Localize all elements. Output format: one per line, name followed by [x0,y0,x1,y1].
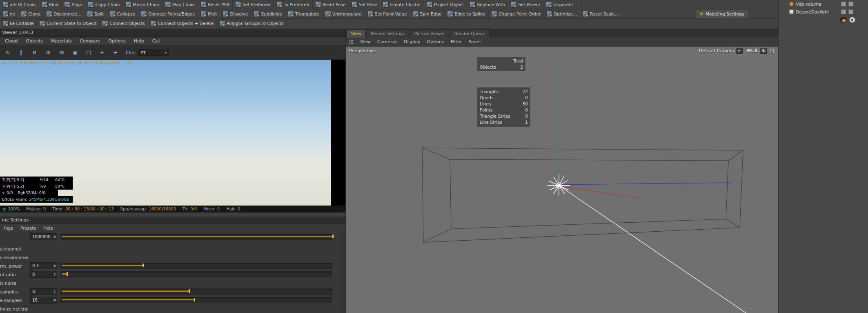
toolbar-command[interactable]: Replace With [467,0,508,9]
viewer-menu-item[interactable]: Materials [51,38,71,44]
viewport-menu-item[interactable]: Display [404,39,421,45]
toolbar-command[interactable]: Melt [198,9,220,18]
toolbar-command[interactable]: Split [85,9,107,18]
dolly-view-icon[interactable]: ↕ [754,47,758,54]
restart-render-icon[interactable]: ↻ [4,50,11,55]
toolbar-command[interactable]: Reset Scale... [580,9,622,18]
drag-handle-icon[interactable] [349,40,354,44]
settings-gear-icon[interactable]: ⚙ [45,50,52,55]
rotate-view-icon[interactable]: ↻ [762,47,766,54]
toolbar-command[interactable]: Reset Pose [313,0,349,9]
viewport-menu-item[interactable]: Cameras [377,39,397,45]
toolbar-command[interactable]: Polygon Groups to Objects [217,19,287,28]
param-slider[interactable] [60,288,332,295]
pick-object-icon[interactable]: + [112,50,119,55]
viewer-menu-item[interactable]: Help [134,38,144,44]
param-value-field[interactable]: 8. [30,288,57,295]
stepper-icon[interactable] [53,290,56,293]
toolbar-command[interactable]: Connect Objects [100,19,148,28]
param-slider[interactable] [60,297,332,303]
daylight-tag-icon[interactable] [841,17,846,22]
param-value-field[interactable]: 0 [30,271,57,278]
editor-visibility-toggle[interactable]: ✓ [841,9,846,14]
toolbar-command[interactable]: ke Editable [0,19,37,28]
viewer-menu-item[interactable]: Gui [152,38,160,44]
pan-view-icon[interactable]: + [746,47,750,54]
lock-resolution-icon[interactable]: ⊠ [58,50,65,55]
render-visibility-toggle[interactable]: ✓ [848,2,853,7]
toolbar-command[interactable]: Mirror Chain [123,0,162,9]
toolbar-command[interactable]: Disconnect... [44,9,85,18]
toggle-view-icon[interactable]: □ [770,47,774,54]
viewer-menu-item[interactable]: Options [108,38,125,44]
stepper-icon[interactable] [53,235,56,238]
toolbar-command[interactable]: Project Object [424,0,467,9]
engine-menu-item[interactable]: ings [4,226,13,230]
engine-menu-item[interactable]: Help [43,226,53,230]
object-row[interactable]: OctaneDaylight ✓ ✓ [779,8,868,16]
toolbar-command[interactable]: Spin Edge [410,9,445,18]
tab-view[interactable]: View [347,29,366,38]
viewport-menu-item[interactable]: Options [427,39,444,45]
param-value-field[interactable]: 0.3 [30,262,57,269]
toolbar-command[interactable]: Unparent [543,0,576,9]
viewport-menu-item[interactable]: View [360,39,371,45]
modeling-settings-button[interactable]: ⚙ Modeling Settings [696,10,748,18]
viewport-canvas[interactable]: Perspective Default Camera ▾ Main ▾ +↕↻□… [346,47,778,313]
toolbar-command[interactable]: Collapse [107,9,139,18]
toolbar-command[interactable]: ate IK Chain [0,0,39,9]
toolbar-command[interactable]: Untriangulate [323,9,365,18]
object-name[interactable]: Vdb volume [796,2,839,7]
toolbar-command[interactable]: Clone [18,9,44,18]
object-row[interactable]: Vdb volume ✓ ✓ [779,0,868,8]
toolbar-command[interactable]: Current State to Object [37,19,100,28]
viewer-menu-item[interactable]: Objects [26,38,43,44]
toolbar-command[interactable]: To Preferred [274,0,313,9]
toolbar-command[interactable]: Create Cluster [380,0,424,9]
toolbar-command[interactable]: Copy Chain [85,0,123,9]
toolbar-command[interactable]: Bind [39,0,62,9]
engine-menu-item[interactable]: Presets [20,226,36,230]
viewer-menu-item[interactable]: Cloud [5,38,18,44]
tab-render-queue[interactable]: Render Queue [450,29,490,38]
toolbar-command[interactable]: Map Chain [162,0,198,9]
toolbar-command[interactable]: Set Preferred [233,0,274,9]
realtime-mode-icon[interactable]: R [31,50,38,55]
toolbar-command[interactable]: Reset PSR [198,0,233,9]
param-slider[interactable] [60,271,332,277]
camera-menu-icon[interactable]: ▾ [736,48,743,54]
tab-render-settings[interactable]: Render Settings [366,29,410,38]
param-value-field[interactable]: 1000000. [30,233,57,240]
viewport-menu-item[interactable]: Filter [451,39,462,45]
stepper-icon[interactable] [53,273,56,276]
param-slider[interactable] [60,234,332,240]
param-value-field[interactable]: 16. [30,297,57,304]
toolbar-command[interactable]: Edge to Spline [445,9,489,18]
toolbar-command[interactable]: Connect Points/Edges [138,9,198,18]
toolbar-command[interactable]: Change Point Order [489,9,544,18]
toolbar-command[interactable]: Set Parent [508,0,543,9]
toolbar-command[interactable]: Triangulate [285,9,322,18]
default-camera-button[interactable]: Default Camera ▾ [699,48,743,54]
render-region-icon[interactable]: □ [85,50,92,55]
stepper-icon[interactable] [53,299,56,302]
render-visibility-toggle[interactable]: ✓ [848,9,853,14]
target-tag-icon[interactable] [850,17,855,22]
toolbar-command[interactable]: Align [62,0,85,9]
toolbar-command[interactable]: Optimize... [544,9,580,18]
stepper-icon[interactable] [53,264,56,267]
toolbar-command[interactable]: Set Point Value [365,9,410,18]
toolbar-command[interactable]: Subdivide [251,9,285,18]
editor-visibility-toggle[interactable]: ✓ [841,2,846,7]
tab-picture-viewer[interactable]: Picture Viewer [410,29,450,38]
pause-render-icon[interactable]: ‖ [18,50,25,55]
toolbar-command[interactable]: Set Pose [349,0,381,9]
pick-material-icon[interactable]: ⌖ [98,50,106,55]
viewport-menu-item[interactable]: Panel [468,39,481,45]
channel-select[interactable]: PT ▾ [138,49,169,56]
toolbar-command[interactable]: Dissolve [220,9,251,18]
viewer-menu-item[interactable]: Compare [80,38,100,44]
toolbar-command[interactable]: ne [0,9,18,18]
object-name[interactable]: OctaneDaylight [796,9,839,14]
toolbar-command[interactable]: Connect Objects + Delete [148,19,217,28]
